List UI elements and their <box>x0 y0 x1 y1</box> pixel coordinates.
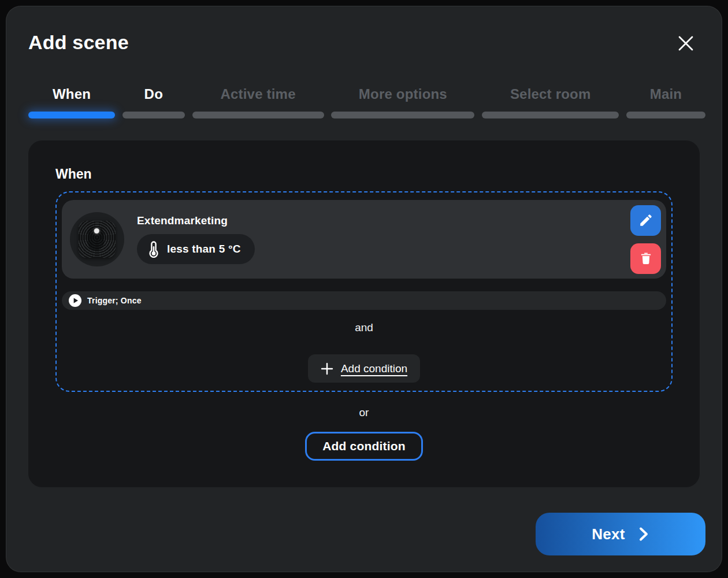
play-icon <box>69 294 81 307</box>
tab-do[interactable]: Do <box>122 86 185 118</box>
tab-main[interactable]: Main <box>626 86 705 118</box>
next-button[interactable]: Next <box>536 513 705 555</box>
device-name: Extendmarketing <box>137 214 255 227</box>
tab-when[interactable]: When <box>28 86 115 118</box>
tab-active-time[interactable]: Active time <box>192 86 324 118</box>
condition-card[interactable]: Extendmarketing less than 5 °C <box>62 200 666 279</box>
tab-do-label: Do <box>122 86 185 103</box>
add-and-condition-button[interactable]: Add condition <box>308 354 420 383</box>
delete-condition-button[interactable] <box>630 243 661 274</box>
and-separator-label: and <box>62 320 666 335</box>
device-sensor-dot <box>94 228 99 234</box>
add-or-condition-label: Add condition <box>322 439 406 453</box>
trash-icon <box>638 251 653 266</box>
chevron-right-icon <box>638 527 649 542</box>
add-or-condition-button[interactable]: Add condition <box>305 432 423 461</box>
page-title: Add scene <box>28 31 129 54</box>
tab-active-time-label: Active time <box>192 86 324 103</box>
tab-active-time-indicator <box>192 112 324 118</box>
tab-more-options[interactable]: More options <box>331 86 474 118</box>
when-panel: When Extendmarketing <box>28 140 700 487</box>
when-heading: When <box>55 166 673 182</box>
device-avatar <box>70 212 124 266</box>
close-button[interactable] <box>674 32 697 55</box>
condition-value-pill: less than 5 °C <box>137 234 255 264</box>
or-separator-label: or <box>55 405 673 420</box>
dialog-header: Add scene <box>6 31 722 55</box>
edit-condition-button[interactable] <box>630 205 661 236</box>
step-tabs: When Do Active time More options Select … <box>6 86 722 118</box>
thermometer-icon <box>147 240 160 258</box>
tab-more-options-label: More options <box>331 86 474 103</box>
tab-main-label: Main <box>626 86 705 103</box>
tab-select-room-indicator <box>482 112 619 118</box>
next-button-label: Next <box>592 525 625 543</box>
condition-info: Extendmarketing less than 5 °C <box>137 214 255 264</box>
tab-when-indicator <box>28 112 115 118</box>
tab-select-room[interactable]: Select room <box>482 86 619 118</box>
tab-when-label: When <box>28 86 115 103</box>
trigger-mode-label: Trigger; Once <box>87 296 142 305</box>
tab-main-indicator <box>626 112 705 118</box>
device-image <box>79 221 116 258</box>
add-and-condition-label: Add condition <box>341 362 407 375</box>
condition-actions <box>630 205 661 274</box>
condition-value-label: less than 5 °C <box>167 243 241 255</box>
tab-select-room-label: Select room <box>482 86 619 103</box>
tab-do-indicator <box>122 112 185 118</box>
pencil-icon <box>638 213 653 228</box>
close-icon <box>678 35 694 51</box>
condition-group: Extendmarketing less than 5 °C <box>55 191 673 392</box>
dialog-footer: Next <box>6 513 722 555</box>
trigger-mode-bar[interactable]: Trigger; Once <box>62 291 666 310</box>
add-scene-dialog: Add scene When Do Active time More optio… <box>6 6 722 572</box>
tab-more-options-indicator <box>331 112 474 118</box>
plus-icon <box>321 362 333 375</box>
